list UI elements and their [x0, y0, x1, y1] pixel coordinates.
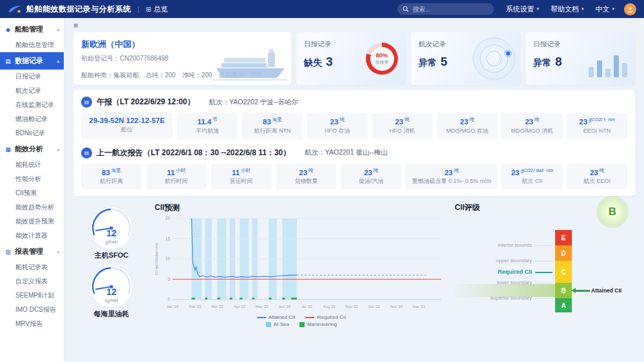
search-box[interactable]: [397, 3, 494, 15]
sidebar-item[interactable]: 能效计算器: [0, 229, 64, 243]
gauge-value: 12: [106, 287, 117, 297]
stat-box: 23吨柴油/汽油: [341, 164, 401, 190]
chevron-down-icon: ▾: [582, 6, 584, 12]
sidebar-collapse-icon[interactable]: ≡: [73, 21, 85, 31]
sidebar-item[interactable]: 自定义报表: [0, 274, 64, 289]
voyage-stats: 83海里航行距离11小时航行时间11小时营运时间23吨货物数量23吨柴油/汽油2…: [81, 164, 627, 190]
daily-abnormal-card[interactable]: 日报记录 异常 8: [526, 32, 635, 85]
nav-overview-label: 总览: [154, 5, 168, 14]
stat-label: EEOI NTN: [569, 128, 625, 135]
bars-graphic: [589, 55, 627, 77]
bottom-row: 12 g/Kwh 主机SFOC 12 kg/NM: [73, 201, 635, 327]
legend-label: Attained CII: [269, 314, 296, 320]
sidebar-sections: ◆船舶管理▴船舶信息管理▤数据记录▴日报记录航次记录在线监测记录燃油舱记录BDN…: [0, 21, 64, 331]
stat-unit: 吨: [469, 117, 475, 122]
stat-value: 23吨: [374, 117, 431, 126]
stat-box: 23gCO2/ t· nmEEOI NTN: [567, 113, 627, 139]
menu-language[interactable]: 中文 ▾: [595, 5, 614, 14]
svg-text:20: 20: [166, 216, 171, 220]
user-avatar[interactable]: [624, 3, 636, 15]
svg-text:Mar '22: Mar '22: [211, 305, 223, 309]
card-status: 异常: [533, 57, 551, 69]
stat-label: HFO 存油: [309, 128, 366, 135]
chevron-up-icon: ▴: [57, 147, 59, 152]
stat-unit: 吨: [454, 167, 459, 173]
sidebar-item[interactable]: MRV报告: [0, 317, 64, 331]
fill-rate-donut: 80% 填报率: [366, 43, 398, 75]
gauge-value: 12: [106, 228, 117, 238]
chevron-down-icon: ▾: [612, 6, 614, 12]
sidebar-section-label: 报表管理: [15, 247, 43, 256]
sidebar-item[interactable]: 能效提升预测: [0, 214, 64, 229]
legend-item: Attained CII: [257, 314, 296, 320]
attained-cii-arrow: [576, 290, 590, 292]
sidebar-item[interactable]: 船舶信息管理: [0, 38, 64, 52]
stat-unit: 吨: [600, 167, 605, 173]
voyage-abnormal-card[interactable]: 航次记录 异常 5: [411, 32, 520, 85]
sidebar-section[interactable]: ◆船舶管理▴: [0, 21, 64, 38]
boundary-line: [535, 261, 553, 262]
radar-graphic: [473, 37, 515, 80]
stat-box: 23吨重燃油硫含量 0.1%- 0.5% m/m: [406, 164, 497, 190]
ship-gross-tonnage: 总吨：200: [146, 71, 176, 80]
rating-band-E: E: [555, 230, 572, 245]
rating-band-D: D: [555, 245, 572, 261]
sidebar-item[interactable]: SEEMPⅡ计划: [0, 289, 64, 303]
sidebar-item[interactable]: 在线监测记录: [0, 98, 64, 112]
stat-box: 23吨MDO/MGO 消耗: [502, 113, 562, 139]
boundary-label: inferior bounds: [453, 242, 532, 248]
card-category: 日报记录: [533, 40, 627, 49]
sidebar-section[interactable]: ▦能效分析▴: [0, 140, 64, 158]
menu-help-docs[interactable]: 帮助文档 ▾: [551, 5, 584, 14]
sidebar-item[interactable]: 航次记录: [0, 84, 64, 98]
gauge-label: 主机SFOC: [95, 251, 129, 260]
card-status: 缺失: [304, 57, 322, 69]
sidebar-section-label: 船舶管理: [15, 24, 43, 34]
sidebar-item[interactable]: 燃油舱记录: [0, 112, 64, 126]
menu-system-settings[interactable]: 系统设置 ▾: [506, 5, 539, 14]
stat-value: 23吨: [278, 167, 335, 176]
svg-text:5: 5: [167, 277, 170, 281]
stat-value: 29-39-52N 122-12-57E: [83, 117, 171, 124]
stat-unit: 吨: [308, 167, 314, 173]
sidebar-section[interactable]: ▥报表管理▴: [0, 243, 64, 260]
stat-box: 23吨HFO 存油: [307, 113, 368, 139]
sidebar-item[interactable]: BDNs记录: [0, 126, 64, 140]
stat-box: 29-39-52N 122-12-57E船位: [81, 113, 173, 139]
sidebar-section[interactable]: ▤数据记录▴: [0, 52, 64, 70]
noon-stats: 29-39-52N 122-12-57E船位11.4节平均航速83海里航行距离 …: [81, 113, 627, 139]
radar-dot: [506, 52, 510, 55]
sidebar-item[interactable]: 能耗统计: [0, 158, 64, 172]
sidebar-item[interactable]: 日报记录: [0, 70, 64, 84]
stat-unit: 吨: [535, 117, 540, 122]
top-navbar: 船舶能效数据记录与分析系统 | ⊞ 总览 系统设置 ▾ 帮助文档 ▾ 中文 ▾: [0, 0, 644, 18]
sidebar-item[interactable]: 船耗记录表: [0, 260, 64, 274]
svg-text:CII (gCO2/(dwt·nm)): CII (gCO2/(dwt·nm)): [155, 243, 158, 275]
legend-item: At Sea: [266, 321, 289, 327]
sidebar-item[interactable]: CII预测: [0, 186, 64, 200]
sidebar-item[interactable]: 能效趋势分析: [0, 200, 64, 214]
boundary-label: lower boundary: [453, 280, 532, 285]
sidebar-item[interactable]: IMO DCS报告: [0, 303, 64, 317]
noon-report-header: ▤ 午报（LT 2022/6/29 12:00） 航次：YAO2202 宁波--…: [81, 97, 627, 108]
stat-value: 23吨: [309, 117, 366, 126]
nav-overview[interactable]: ⊞ 总览: [146, 5, 167, 14]
stat-unit: 小时: [176, 167, 185, 173]
legend-swatch: [305, 317, 314, 318]
app-title: 船舶能效数据记录与分析系统: [26, 4, 131, 15]
search-input[interactable]: [412, 6, 497, 13]
report-panel: ▤ 午报（LT 2022/6/29 12:00） 航次：YAO2202 宁波--…: [73, 90, 635, 196]
daily-missing-card[interactable]: 日报记录 缺失 3 80% 填报率: [296, 32, 406, 85]
sidebar-section-label: 数据记录: [15, 56, 43, 66]
card-count: 5: [440, 55, 448, 69]
gauge-label: 每海里油耗: [94, 309, 129, 319]
cii-rating-canvas: EDCBAinferior boundsupper boundarylower …: [453, 230, 635, 327]
boundary-line: [535, 298, 553, 299]
legend-label: Required CII: [317, 314, 346, 320]
stat-value: 23吨: [569, 167, 625, 176]
sidebar-item[interactable]: 性能分析: [0, 172, 64, 186]
svg-text:Feb '22: Feb '22: [189, 305, 201, 309]
stat-box: 11.4节平均航速: [177, 113, 238, 139]
stat-value: 23吨: [343, 167, 399, 176]
stat-unit: 海里: [272, 117, 282, 122]
